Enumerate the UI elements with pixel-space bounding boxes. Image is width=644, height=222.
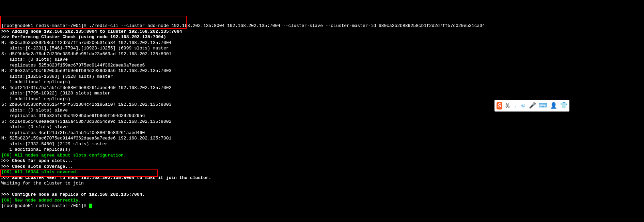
ime-skin-icon[interactable]: 👕 <box>560 103 567 109</box>
shell-prompt-line: [root@node01 redis-master-7001]# ./redis… <box>1 23 485 28</box>
ime-voice-icon[interactable]: 🎤 <box>529 103 536 109</box>
ok-node-added: [OK] New node added correctly. <box>1 198 81 203</box>
waiting-line: Waiting for the cluster to join <box>1 181 84 186</box>
slave-node-2-slots: slots: (0 slots) slave <box>1 108 68 113</box>
ime-keyboard-icon[interactable]: ⌨ <box>539 103 547 109</box>
ime-toolbar[interactable]: S 英 ， ☺ 🎤 ⌨ 👤 👕 <box>494 100 569 112</box>
shell-prompt-2[interactable]: [root@node01 redis-master-7001]# <box>1 203 92 208</box>
master-node-3-replicas: 1 additional replica(s) <box>1 97 70 102</box>
cluster-check-line: >>> Performing Cluster Check (using node… <box>1 34 166 40</box>
master-node-2-slots: slots:[13256-16383] (3128 slots) master <box>1 74 113 79</box>
master-node-3-id: M: 4cef21d73fc7ba1a51cf0e880f6e83261aaed… <box>1 85 171 90</box>
slave-node-1-id: S: d5f9bb6a2a76ab7d230e089db8c951da23a66… <box>1 51 171 57</box>
master-node-4-replicas: 1 additional replica(s) <box>1 147 70 152</box>
slave-node-3-slots: slots: (0 slots) slave <box>1 124 68 130</box>
ime-account-icon[interactable]: 👤 <box>550 103 557 109</box>
slave-node-1-replicates: replicates 525b823f159ac67075ec9144f362d… <box>1 63 145 68</box>
master-node-2-id: M: 3f9e32afc4bc4920bd5e9fb9e9fb94d2929d2… <box>1 68 171 73</box>
slave-node-2-id: S: 2b86643583df8cb5164fb4f631884c42b186a… <box>1 102 171 107</box>
cursor-icon <box>89 204 92 208</box>
terminal-output[interactable]: [root@node01 redis-master-7001]# ./redis… <box>1 23 643 209</box>
ime-emoji-icon[interactable]: ☺ <box>520 103 526 109</box>
master-node-1-id: M: 680ca3b2b889258cb1f2d2d7ff57c020e531c… <box>1 40 171 45</box>
adding-node-line: >>> Adding node 192.168.202.135:8004 to … <box>1 29 182 34</box>
master-node-4-id: M: 525b823f159ac67075ec9144f362daea6a7ee… <box>1 136 171 141</box>
master-node-3-slots: slots:[7795-10922] (3128 slots) master <box>1 91 110 96</box>
slave-node-3-id: S: cc2a4b5d1468eaeda473da5a458b73d38d54d… <box>1 119 171 124</box>
sogou-logo-icon[interactable]: S <box>497 102 502 109</box>
check-slots-coverage: >>> Check slots coverage... <box>1 164 73 169</box>
cluster-meet-line: >>> Send CLUSTER MEET to node 192.168.20… <box>1 175 211 180</box>
master-node-4-slots: slots:[2332-5460] (3129 slots) master <box>1 142 108 147</box>
ok-slots-covered: [OK] All 16384 slots covered. <box>1 169 78 175</box>
ime-punctuation-icon[interactable]: ， <box>513 103 518 109</box>
master-node-2-replicas: 1 additional replica(s) <box>1 79 70 85</box>
slave-node-2-replicates: replicates 3f9e32afc4bc4920bd5e9fb9e9fb9… <box>1 113 145 118</box>
master-node-1-slots: slots:[0-2331],[5461-7794],[10923-13255]… <box>1 46 169 51</box>
slave-node-3-replicates: replicates 4cef21d73fc7ba1a51cf0e880f6e8… <box>1 130 145 135</box>
configure-replica-line: >>> Configure node as replica of 192.168… <box>1 192 145 197</box>
ok-slots-config: [OK] All nodes agree about slots configu… <box>1 153 126 158</box>
check-open-slots: >>> Check for open slots... <box>1 158 73 163</box>
slave-node-1-slots: slots: (0 slots) slave <box>1 57 68 62</box>
ime-language-toggle[interactable]: 英 <box>505 103 510 109</box>
